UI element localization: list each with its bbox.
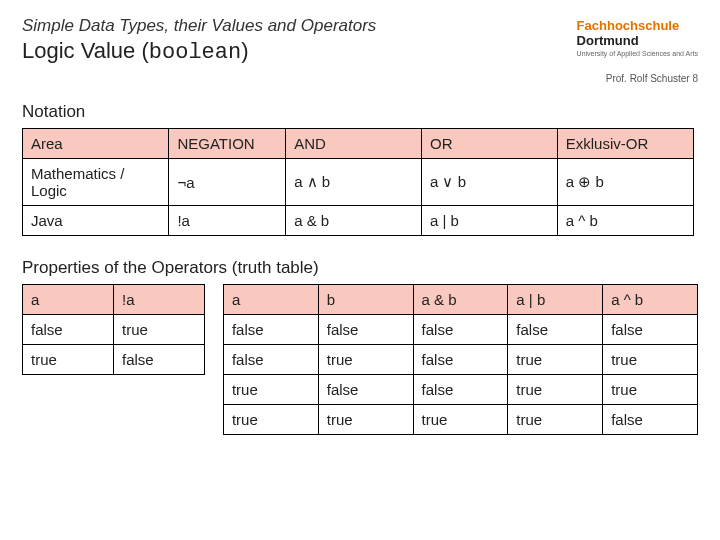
cell: true	[508, 345, 603, 375]
cell: true	[508, 375, 603, 405]
table-row: false false false false false	[223, 315, 697, 345]
table-header-row: a b a & b a | b a ^ b	[223, 285, 697, 315]
logo-line-2: Dortmund	[577, 34, 698, 48]
main-title: Logic Value (boolean)	[22, 38, 577, 65]
cell: false	[318, 315, 413, 345]
slide-footer: Prof. Rolf Schuster 8	[22, 73, 698, 84]
cell: false	[413, 345, 508, 375]
cell: true	[223, 405, 318, 435]
table-row: false true	[23, 315, 205, 345]
cell: false	[603, 315, 698, 345]
institution-logo: Fachhochschule Dortmund University of Ap…	[577, 16, 698, 58]
cell: false	[223, 345, 318, 375]
cell: true	[318, 405, 413, 435]
cell: true	[413, 405, 508, 435]
title-block: Simple Data Types, their Values and Oper…	[22, 14, 577, 69]
cell: a & b	[286, 206, 422, 236]
cell: false	[23, 315, 114, 345]
col-header: b	[318, 285, 413, 315]
table-row: true false	[23, 345, 205, 375]
truth-table: a b a & b a | b a ^ b false false false …	[223, 284, 698, 435]
cell: a ^ b	[557, 206, 693, 236]
cell: a | b	[421, 206, 557, 236]
cell: true	[603, 375, 698, 405]
super-title: Simple Data Types, their Values and Oper…	[22, 16, 577, 36]
col-header: NEGATION	[169, 129, 286, 159]
logo-subtitle: University of Applied Sciences and Arts	[577, 50, 698, 58]
cell: a ∧ b	[286, 159, 422, 206]
col-header: OR	[421, 129, 557, 159]
table-row: Mathematics / Logic ¬a a ∧ b a ∨ b a ⊕ b	[23, 159, 694, 206]
table-row: false true false true true	[223, 345, 697, 375]
cell: ¬a	[169, 159, 286, 206]
negation-table: a !a false true true false	[22, 284, 205, 375]
col-header: !a	[113, 285, 204, 315]
cell: false	[508, 315, 603, 345]
col-header: a & b	[413, 285, 508, 315]
table-row: true false false true true	[223, 375, 697, 405]
cell: false	[603, 405, 698, 435]
cell: a ⊕ b	[557, 159, 693, 206]
col-header: Area	[23, 129, 169, 159]
cell: true	[113, 315, 204, 345]
slide: Simple Data Types, their Values and Oper…	[0, 0, 720, 435]
table-row: Java !a a & b a | b a ^ b	[23, 206, 694, 236]
cell: true	[603, 345, 698, 375]
logo-line-1: Fachhochschule	[577, 18, 680, 33]
cell: Java	[23, 206, 169, 236]
col-header: a | b	[508, 285, 603, 315]
notation-table: Area NEGATION AND OR Exklusiv-OR Mathema…	[22, 128, 694, 236]
cell: true	[508, 405, 603, 435]
notation-label: Notation	[22, 102, 698, 122]
col-header: AND	[286, 129, 422, 159]
cell: false	[113, 345, 204, 375]
table-row: true true true true false	[223, 405, 697, 435]
cell: false	[318, 375, 413, 405]
main-title-code: boolean	[149, 40, 241, 65]
tables-row: a !a false true true false a b a & b a |…	[22, 284, 698, 435]
main-title-suffix: )	[241, 38, 248, 63]
cell: false	[413, 315, 508, 345]
header: Simple Data Types, their Values and Oper…	[22, 14, 698, 69]
cell: false	[223, 315, 318, 345]
cell-text: a ⊕ b	[566, 173, 604, 190]
properties-label: Properties of the Operators (truth table…	[22, 258, 698, 278]
cell: !a	[169, 206, 286, 236]
col-header: a ^ b	[603, 285, 698, 315]
cell: true	[223, 375, 318, 405]
cell: true	[318, 345, 413, 375]
table-header-row: a !a	[23, 285, 205, 315]
table-header-row: Area NEGATION AND OR Exklusiv-OR	[23, 129, 694, 159]
col-header: Exklusiv-OR	[557, 129, 693, 159]
cell: false	[413, 375, 508, 405]
cell: true	[23, 345, 114, 375]
main-title-prefix: Logic Value (	[22, 38, 149, 63]
cell: a ∨ b	[421, 159, 557, 206]
cell: Mathematics / Logic	[23, 159, 169, 206]
col-header: a	[223, 285, 318, 315]
col-header: a	[23, 285, 114, 315]
